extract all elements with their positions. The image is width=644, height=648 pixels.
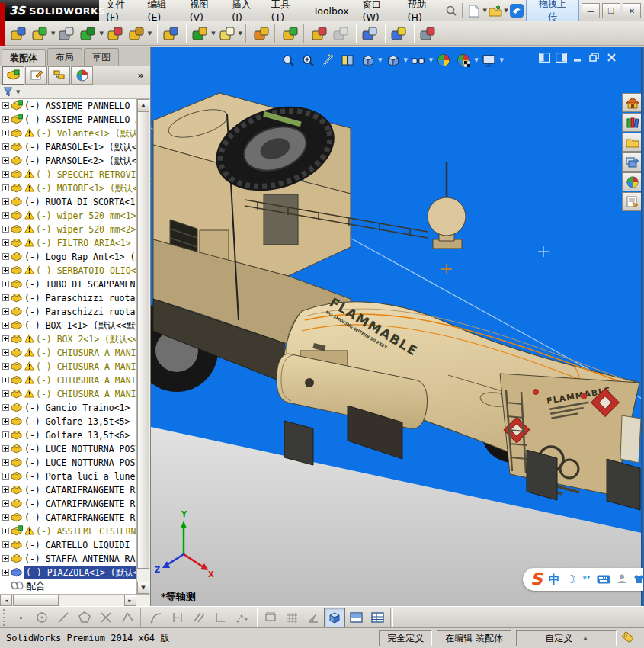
graphics-area[interactable]: FLAMMABLE NO SMOKING WITHIN 50 FEET FLAM…: [150, 47, 644, 606]
sketch-parallel-button[interactable]: [188, 608, 210, 627]
tab-display-manager[interactable]: [71, 66, 93, 85]
tree-row-22[interactable]: (-) CHIUSURA A MANIG: [0, 387, 149, 401]
menu-item-6[interactable]: Toolbox: [306, 3, 356, 19]
tab-3[interactable]: 草图: [84, 48, 119, 66]
window-close-button[interactable]: ✕: [623, 3, 641, 18]
component-pattern-dropdown[interactable]: ▼: [99, 30, 103, 37]
scroll-thumb[interactable]: [137, 111, 149, 569]
tree-row-19[interactable]: (-) CHIUSURA A MANIG: [0, 346, 149, 360]
tree-item-label[interactable]: (-) BOX 2<1> (默认<<: [36, 334, 138, 345]
expand-plus-icon[interactable]: [2, 416, 9, 427]
tree-row-34[interactable]: (-) STAFFA ANTENNA RADI: [0, 552, 149, 566]
tree-row-31[interactable]: (-) CATARIFRANGENTE RET: [0, 511, 149, 524]
rotate-component-button[interactable]: [126, 23, 147, 44]
apply-scene-dropdown[interactable]: ▼: [474, 57, 478, 63]
mates-label[interactable]: 配合: [26, 579, 46, 593]
ime-punctuation-icon[interactable]: °’: [582, 574, 591, 585]
tree-item-label[interactable]: (-) CHIUSURA A MANIG: [36, 389, 141, 399]
tree-item-label[interactable]: (-) FILTRO ARIA<1> (: [36, 238, 141, 249]
expand-plus-icon[interactable]: [2, 403, 9, 413]
tree-item-label[interactable]: (-) RUOTA DI SCORTA<1>: [24, 197, 140, 207]
tree-item-label[interactable]: (-) Porta luci a lunett: [24, 471, 146, 482]
tree-item-label[interactable]: (-) Golfare 13,5t<5> (默: [24, 416, 149, 428]
expand-plus-icon[interactable]: [2, 430, 9, 441]
sketch-cross-button[interactable]: [95, 608, 117, 627]
display-style-dropdown[interactable]: ▼: [403, 57, 407, 63]
tree-row-20[interactable]: (-) CHIUSURA A MANIG: [0, 360, 149, 374]
toolbar-drag-handle[interactable]: [3, 609, 5, 626]
filter-dropdown[interactable]: ▼: [16, 89, 20, 95]
tree-row-6[interactable]: (-) SPECCHI RETROVIS: [0, 168, 149, 181]
search-icon[interactable]: [444, 2, 459, 19]
expand-plus-icon[interactable]: [2, 210, 9, 221]
tree-row-28[interactable]: (-) Porta luci a lunett: [0, 470, 149, 483]
tree-row-24[interactable]: (-) Golfare 13,5t<5> (默: [0, 415, 149, 428]
scroll-left-button[interactable]: ◄: [0, 595, 12, 606]
expand-plus-icon[interactable]: [2, 101, 9, 111]
expand-plus-icon[interactable]: [2, 348, 9, 358]
motion-study-button[interactable]: [251, 23, 272, 44]
image-frame-button[interactable]: [417, 23, 438, 44]
ime-keyboard-icon[interactable]: [597, 573, 610, 587]
hscroll-thumb[interactable]: [13, 595, 59, 606]
expand-plus-icon[interactable]: [2, 471, 9, 482]
interference-detection-button[interactable]: [388, 23, 409, 44]
tree-row-11[interactable]: (-) FILTRO ARIA<1> (: [0, 236, 149, 250]
sketch-rectdim-button[interactable]: [260, 608, 281, 627]
expand-plus-icon[interactable]: [2, 553, 9, 564]
feature-hammer-button[interactable]: [189, 23, 210, 44]
sketch-points-button[interactable]: [231, 608, 252, 627]
tab-property-manager[interactable]: [25, 66, 47, 85]
sogou-logo-icon[interactable]: S: [530, 571, 543, 588]
smart-fasteners-button[interactable]: [104, 23, 126, 44]
tree-item-label[interactable]: (-) LUCE NOTTURNA POSTE: [24, 457, 146, 468]
sketch-cube-button[interactable]: [324, 608, 345, 627]
section-view-button[interactable]: [338, 52, 357, 69]
tab-1[interactable]: 装配体: [2, 49, 46, 66]
status-custom-dropdown[interactable]: 自定义▲: [516, 630, 617, 646]
tree-row-12[interactable]: (-) Logo Rap Ant<1> (默: [0, 250, 149, 264]
tree-item-label[interactable]: (-) PARASOLE<1> (默认<<: [24, 142, 143, 153]
expand-plus-icon[interactable]: [2, 567, 9, 578]
tree-row-17[interactable]: (-) BOX 1<1> (默认<<默认: [0, 319, 149, 332]
view-settings-button[interactable]: [480, 52, 498, 69]
tree-item-label[interactable]: (-) wiper 520 mm<2>: [36, 224, 136, 235]
exploded-view-button[interactable]: [309, 23, 330, 44]
feature-hammer-dropdown[interactable]: ▼: [211, 30, 215, 37]
open-document-dropdown[interactable]: ▼: [504, 8, 508, 14]
new-document-dropdown[interactable]: ▼: [483, 8, 487, 14]
window-minimize-button[interactable]: —: [582, 3, 600, 18]
tree-item-label[interactable]: (-) STAFFA ANTENNA RADI: [24, 553, 146, 564]
sketch-angle2-button[interactable]: [303, 608, 324, 627]
sketch-angle-button[interactable]: [117, 608, 138, 627]
expand-plus-icon[interactable]: [2, 499, 9, 509]
edit-appearance-button[interactable]: [434, 52, 453, 69]
task-pane-file-explorer-tab[interactable]: [622, 133, 642, 152]
tree-horizontal-scrollbar[interactable]: ◄ ►: [0, 594, 150, 606]
task-pane-custom-properties-tab[interactable]: [622, 192, 642, 211]
expand-plus-icon[interactable]: [2, 361, 9, 372]
ime-skin-icon[interactable]: [633, 573, 644, 587]
tree-item-label[interactable]: (-) CARTELLO LIQUIDI IN: [24, 540, 146, 550]
tree-item-label[interactable]: (-) MOTORE<1> (默认<: [36, 183, 138, 194]
tree-row-18[interactable]: (-) BOX 2<1> (默认<<: [0, 332, 149, 346]
tree-item-label[interactable]: (-) CATARIFRANGENTE RET: [24, 499, 146, 509]
sketch-arc-button[interactable]: [146, 608, 167, 627]
expand-plus-icon[interactable]: [2, 252, 9, 262]
new-document-icon[interactable]: [466, 2, 482, 19]
tree-item-label[interactable]: (-) Paraschizzi ruota<1: [24, 293, 146, 303]
tree-item-label[interactable]: (-) Volante<1> (默认: [36, 128, 138, 140]
rotate-component-dropdown[interactable]: ▼: [148, 30, 152, 37]
expand-plus-icon[interactable]: [2, 512, 9, 523]
tree-item-label[interactable]: (-) CHIUSURA A MANIG: [36, 348, 141, 358]
tree-item-label[interactable]: (-) PIAZZOLA<1> (默认<<: [24, 566, 146, 579]
tree-row-9[interactable]: (-) wiper 520 mm<1>: [0, 209, 149, 223]
hide-show-items-button[interactable]: [409, 52, 428, 69]
ime-language-toggle[interactable]: 中: [549, 573, 560, 587]
tree-item-label[interactable]: (-) Golfare 13,5t<6> (默: [24, 430, 149, 441]
expand-plus-icon[interactable]: [2, 306, 9, 317]
expand-plus-icon[interactable]: [2, 197, 9, 207]
expand-plus-icon[interactable]: [2, 526, 9, 537]
tree-row-23[interactable]: (-) Gancio Traino<1> (默: [0, 401, 149, 415]
tree-item-label[interactable]: (-) Paraschizzi ruota<2: [24, 306, 146, 317]
